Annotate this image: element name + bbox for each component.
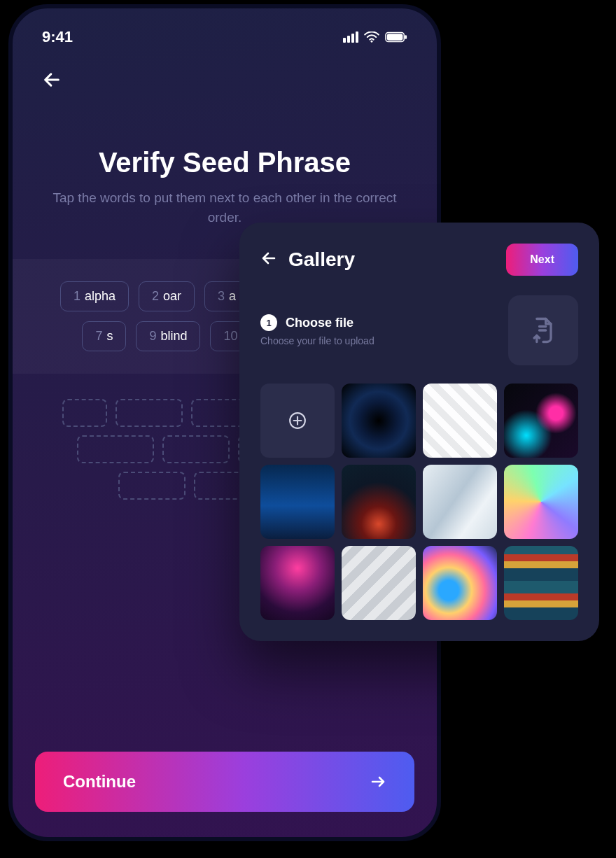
gallery-grid <box>260 384 578 620</box>
step-number-badge: 1 <box>260 314 277 331</box>
chip-word: alpha <box>85 289 115 304</box>
gallery-tile[interactable] <box>342 465 416 539</box>
gallery-tile[interactable] <box>342 546 416 620</box>
gallery-card: Gallery Next 1 Choose file Choose your f… <box>239 223 599 641</box>
seed-slot[interactable] <box>115 399 183 427</box>
chip-index: 10 <box>223 329 237 344</box>
gallery-title: Gallery <box>288 248 355 271</box>
gallery-tile[interactable] <box>504 546 578 620</box>
battery-icon <box>385 31 407 43</box>
upload-button[interactable] <box>508 295 578 365</box>
next-label: Next <box>530 253 554 265</box>
chip-word: s <box>106 329 113 344</box>
gallery-tile[interactable] <box>423 546 497 620</box>
wifi-icon <box>364 31 379 43</box>
gallery-tile[interactable] <box>260 546 335 620</box>
gallery-header: Gallery Next <box>260 244 578 276</box>
svg-point-0 <box>371 41 373 43</box>
step-title: Choose file <box>286 316 354 330</box>
gallery-tile[interactable] <box>504 465 578 539</box>
chip-index: 9 <box>149 329 156 344</box>
gallery-tile[interactable] <box>423 465 497 539</box>
step-subtitle: Choose your file to upload <box>260 335 374 346</box>
seed-word-chip[interactable]: 9blind <box>136 321 200 351</box>
cellular-icon <box>343 31 358 43</box>
gallery-tile[interactable] <box>504 384 578 458</box>
gallery-tile[interactable] <box>260 465 335 539</box>
arrow-left-icon <box>42 70 62 90</box>
page-subtitle: Tap the words to put them next to each o… <box>39 188 410 227</box>
gallery-tile[interactable] <box>423 384 497 458</box>
status-icons <box>343 31 407 43</box>
seed-word-chip[interactable]: 1alpha <box>60 281 129 311</box>
chip-index: 2 <box>152 289 159 304</box>
add-tile[interactable] <box>260 384 335 458</box>
back-button[interactable] <box>38 66 66 94</box>
hero: Verify Seed Phrase Tap the words to put … <box>13 147 437 227</box>
seed-slot[interactable] <box>77 435 154 463</box>
seed-word-chip[interactable]: 7s <box>82 321 126 351</box>
arrow-left-icon <box>260 250 277 267</box>
next-button[interactable]: Next <box>506 244 578 276</box>
seed-slot[interactable] <box>162 435 230 463</box>
step-row: 1 Choose file Choose your file to upload <box>260 295 578 365</box>
chip-index: 3 <box>218 289 225 304</box>
seed-slot[interactable] <box>62 399 107 427</box>
seed-word-chip[interactable]: 2oar <box>139 281 195 311</box>
chip-index: 1 <box>74 289 80 304</box>
continue-button[interactable]: Continue <box>35 752 414 812</box>
chip-word: oar <box>163 289 181 304</box>
svg-rect-2 <box>387 34 403 40</box>
gallery-tile[interactable] <box>342 384 416 458</box>
status-bar: 9:41 <box>13 25 437 53</box>
arrow-right-icon <box>370 773 386 790</box>
chip-word: a <box>229 289 236 304</box>
plus-circle-icon <box>288 412 307 430</box>
file-upload-icon <box>528 315 559 346</box>
gallery-back-button[interactable] <box>260 250 277 269</box>
chip-index: 7 <box>95 329 102 344</box>
seed-slot[interactable] <box>118 472 186 500</box>
chip-word: blind <box>160 329 187 344</box>
page-title: Verify Seed Phrase <box>39 147 410 178</box>
continue-label: Continue <box>63 772 136 792</box>
svg-rect-3 <box>405 35 407 39</box>
status-time: 9:41 <box>42 28 73 46</box>
